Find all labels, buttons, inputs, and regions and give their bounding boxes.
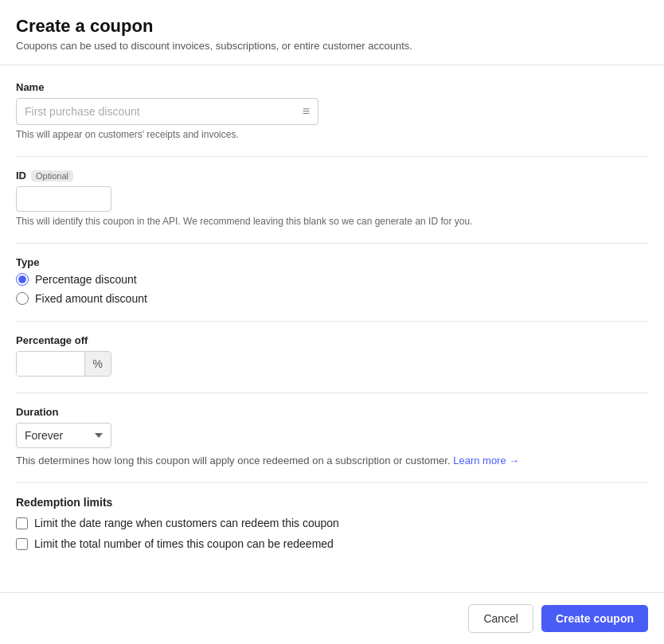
- radio-percentage-label: Percentage discount: [35, 273, 137, 286]
- type-section: Type Percentage discount Fixed amount di…: [16, 256, 648, 305]
- divider-2: [16, 243, 648, 244]
- radio-fixed[interactable]: Fixed amount discount: [16, 292, 648, 305]
- divider-4: [16, 392, 648, 393]
- checkbox-total-limit[interactable]: Limit the total number of times this cou…: [16, 537, 648, 550]
- divider-5: [16, 482, 648, 483]
- duration-info: This determines how long this coupon wil…: [16, 455, 648, 466]
- radio-fixed-input[interactable]: [16, 292, 29, 305]
- receipt-icon: ≡: [303, 104, 310, 119]
- page-subtitle: Coupons can be used to discount invoices…: [16, 40, 648, 52]
- percentage-label: Percentage off: [16, 334, 648, 346]
- redemption-checkboxes: Limit the date range when customers can …: [16, 517, 648, 550]
- divider-1: [16, 156, 648, 157]
- duration-section: Duration Forever Once Repeating This det…: [16, 406, 648, 466]
- percentage-input-wrapper[interactable]: %: [16, 351, 111, 377]
- footer: Cancel Create coupon: [0, 592, 664, 644]
- checkbox-date-range-label: Limit the date range when customers can …: [34, 517, 339, 529]
- page-container: Create a coupon Coupons can be used to d…: [0, 0, 664, 644]
- checkbox-total-limit-label: Limit the total number of times this cou…: [34, 537, 334, 550]
- id-label: ID Optional: [16, 170, 648, 181]
- checkbox-date-range[interactable]: Limit the date range when customers can …: [16, 517, 648, 529]
- redemption-title: Redemption limits: [16, 496, 648, 509]
- radio-percentage-input[interactable]: [16, 273, 29, 286]
- create-coupon-button[interactable]: Create coupon: [541, 605, 648, 632]
- duration-label: Duration: [16, 406, 648, 418]
- id-section: ID Optional This will identify this coup…: [16, 170, 648, 227]
- duration-select[interactable]: Forever Once Repeating: [16, 423, 111, 448]
- name-input-wrapper[interactable]: ≡: [16, 98, 318, 125]
- checkbox-date-range-input[interactable]: [16, 517, 28, 529]
- percentage-input[interactable]: [17, 352, 84, 376]
- percentage-section: Percentage off %: [16, 334, 648, 377]
- percent-symbol: %: [84, 352, 111, 376]
- page-header: Create a coupon Coupons can be used to d…: [0, 0, 664, 65]
- form-content: Name ≡ This will appear on customers' re…: [0, 65, 664, 644]
- name-section: Name ≡ This will appear on customers' re…: [16, 81, 648, 140]
- cancel-button[interactable]: Cancel: [468, 604, 533, 633]
- learn-more-link[interactable]: Learn more →: [453, 455, 519, 466]
- checkbox-total-limit-input[interactable]: [16, 538, 28, 550]
- name-label: Name: [16, 81, 648, 93]
- divider-3: [16, 321, 648, 322]
- page-title: Create a coupon: [16, 16, 648, 37]
- radio-percentage[interactable]: Percentage discount: [16, 273, 648, 286]
- id-input[interactable]: [16, 186, 111, 212]
- name-input[interactable]: [25, 105, 298, 118]
- radio-fixed-label: Fixed amount discount: [35, 292, 147, 305]
- id-helper-text: This will identify this coupon in the AP…: [16, 216, 648, 227]
- name-helper-text: This will appear on customers' receipts …: [16, 129, 648, 140]
- optional-badge: Optional: [31, 170, 73, 181]
- type-label: Type: [16, 256, 648, 268]
- type-radio-group: Percentage discount Fixed amount discoun…: [16, 273, 648, 305]
- redemption-section: Redemption limits Limit the date range w…: [16, 496, 648, 550]
